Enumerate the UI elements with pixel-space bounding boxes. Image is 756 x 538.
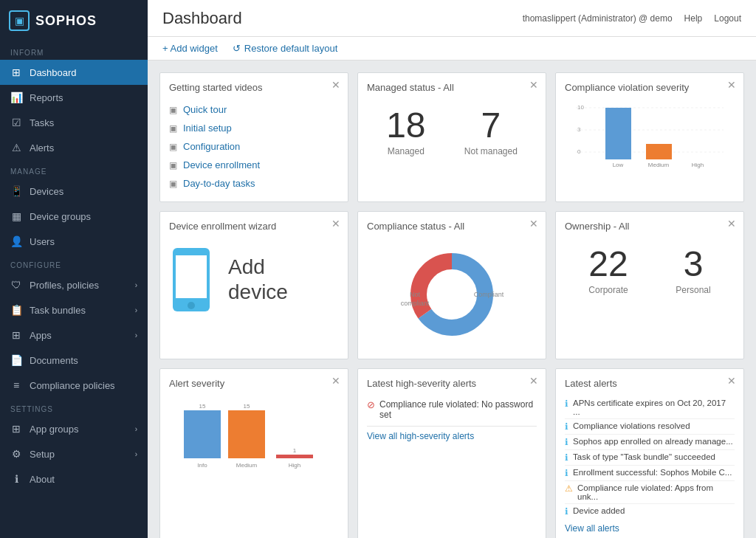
sidebar-item-users[interactable]: 👤 Users bbox=[0, 229, 148, 254]
widget-compliance-violation: Compliance violation severity ✕ 10 3 0 bbox=[555, 72, 744, 202]
widget-title: Managed status - All bbox=[367, 82, 537, 93]
sidebar-item-label: Users bbox=[30, 236, 55, 247]
task-bundles-icon: 📋 bbox=[10, 304, 22, 316]
sidebar-item-setup[interactable]: ⚙ Setup › bbox=[0, 441, 148, 466]
video-icon: ▣ bbox=[169, 160, 177, 170]
corporate-label: Corporate bbox=[588, 285, 628, 295]
svg-rect-27 bbox=[276, 455, 313, 458]
sidebar-item-profiles-policies[interactable]: 🛡 Profiles, policies › bbox=[0, 272, 148, 297]
widget-close-button[interactable]: ✕ bbox=[529, 218, 538, 230]
widget-title: Alert severity bbox=[169, 378, 339, 389]
restore-layout-button[interactable]: ↺ Restore default layout bbox=[233, 43, 337, 54]
section-inform: INFORM bbox=[0, 41, 148, 60]
svg-rect-8 bbox=[646, 144, 672, 159]
sidebar-item-devices[interactable]: 📱 Devices bbox=[0, 179, 148, 204]
add-widget-button[interactable]: + Add widget bbox=[162, 43, 218, 54]
svg-text:Not: Not bbox=[410, 291, 421, 298]
widget-close-button[interactable]: ✕ bbox=[727, 79, 736, 91]
logout-link[interactable]: Logout bbox=[714, 13, 741, 24]
widget-close-button[interactable]: ✕ bbox=[529, 79, 538, 91]
sidebar-item-device-groups[interactable]: ▦ Device groups bbox=[0, 204, 148, 229]
ownership-stats: 22 Corporate 3 Personal bbox=[565, 239, 735, 303]
sidebar-item-dashboard[interactable]: ⊞ Dashboard bbox=[0, 60, 148, 85]
sidebar-item-label: Devices bbox=[30, 186, 63, 197]
about-icon: ℹ bbox=[10, 473, 22, 485]
list-item: ℹ Compliance violations resolved bbox=[565, 419, 735, 435]
widget-title: Compliance violation severity bbox=[565, 82, 735, 93]
widget-close-button[interactable]: ✕ bbox=[331, 218, 340, 230]
sidebar-item-tasks[interactable]: ☑ Tasks bbox=[0, 110, 148, 135]
enrollment-content: Adddevice bbox=[169, 239, 339, 320]
info-icon: ℹ bbox=[565, 421, 568, 432]
chevron-right-icon: › bbox=[135, 450, 137, 458]
widget-close-button[interactable]: ✕ bbox=[727, 375, 736, 387]
svg-rect-13 bbox=[176, 255, 207, 298]
video-link-configuration[interactable]: Configuration bbox=[183, 141, 240, 152]
svg-text:Medium: Medium bbox=[648, 162, 670, 168]
logo-text: SOPHOS bbox=[35, 13, 97, 29]
video-link-initial-setup[interactable]: Initial setup bbox=[183, 123, 232, 134]
sidebar-item-label: Dashboard bbox=[30, 67, 77, 78]
sidebar-item-label: Setup bbox=[30, 449, 55, 460]
list-item: ℹ Device added bbox=[565, 504, 735, 519]
svg-text:10: 10 bbox=[577, 104, 584, 111]
sidebar-item-apps[interactable]: ⊞ Apps › bbox=[0, 323, 148, 348]
info-icon: ℹ bbox=[565, 468, 568, 478]
widget-high-severity-alerts: Latest high-severity alerts ✕ ⊘ Complian… bbox=[357, 368, 546, 538]
widget-ownership: Ownership - All ✕ 22 Corporate 3 Persona… bbox=[555, 211, 744, 359]
view-all-high-severity-link[interactable]: View all high-severity alerts bbox=[367, 431, 537, 441]
section-settings: SETTINGS bbox=[0, 398, 148, 416]
widget-alert-severity: Alert severity ✕ 15 15 1 Info Medium bbox=[159, 368, 348, 538]
alert-text: Compliance rule violated: Apps from unk.… bbox=[577, 483, 735, 501]
device-phone-icon bbox=[169, 246, 213, 313]
widget-grid: Getting started videos ✕ ▣ Quick tour ▣ … bbox=[159, 72, 744, 538]
view-all-alerts-link[interactable]: View all alerts bbox=[565, 523, 735, 534]
sidebar-item-about[interactable]: ℹ About bbox=[0, 466, 148, 492]
alert-text: APNs certificate expires on Oct 20, 2017… bbox=[573, 399, 735, 416]
compliance-bar-chart: 10 3 0 Low Medium High bbox=[565, 100, 735, 182]
sidebar-item-label: Task bundles bbox=[30, 305, 86, 316]
svg-point-14 bbox=[188, 302, 195, 309]
widget-close-button[interactable]: ✕ bbox=[529, 375, 538, 387]
documents-icon: 📄 bbox=[10, 354, 22, 366]
video-link-device-enrollment[interactable]: Device enrollment bbox=[183, 159, 260, 170]
widget-close-button[interactable]: ✕ bbox=[331, 79, 340, 91]
widget-compliance-status: Compliance status - All ✕ Not compliant … bbox=[357, 211, 546, 359]
video-icon: ▣ bbox=[169, 123, 177, 134]
compliance-icon: ≡ bbox=[10, 379, 22, 391]
sidebar-item-reports[interactable]: 📊 Reports bbox=[0, 85, 148, 110]
sidebar-item-label: Device groups bbox=[30, 211, 91, 222]
list-item: ▣ Configuration bbox=[169, 137, 339, 156]
list-item: ℹ Enrollment successful: Sophos Mobile C… bbox=[565, 466, 735, 481]
help-link[interactable]: Help bbox=[684, 13, 703, 24]
dashboard-content: Getting started videos ✕ ▣ Quick tour ▣ … bbox=[148, 61, 756, 538]
widget-close-button[interactable]: ✕ bbox=[331, 375, 340, 387]
sidebar-item-label: About bbox=[30, 474, 55, 485]
not-managed-count: 7 bbox=[464, 108, 518, 143]
topbar: Dashboard thomaslippert (Administrator) … bbox=[148, 0, 756, 37]
sidebar-item-compliance-policies[interactable]: ≡ Compliance policies bbox=[0, 373, 148, 398]
sidebar-item-documents[interactable]: 📄 Documents bbox=[0, 348, 148, 373]
sidebar-item-app-groups[interactable]: ⊞ App groups › bbox=[0, 416, 148, 441]
widget-title: Latest alerts bbox=[565, 378, 735, 389]
list-item: ℹ Task of type "Task bundle" succeeded bbox=[565, 450, 735, 466]
sidebar-item-label: App groups bbox=[30, 424, 79, 435]
alert-text: Enrollment successful: Sophos Mobile C..… bbox=[573, 468, 732, 477]
widget-close-button[interactable]: ✕ bbox=[727, 218, 736, 230]
svg-text:1: 1 bbox=[293, 447, 297, 454]
topbar-right: thomaslippert (Administrator) @ demo Hel… bbox=[523, 13, 741, 24]
sidebar-item-label: Compliance policies bbox=[30, 380, 115, 391]
svg-text:compliant: compliant bbox=[401, 300, 430, 307]
sidebar-item-alerts[interactable]: ⚠ Alerts bbox=[0, 135, 148, 160]
svg-text:15: 15 bbox=[244, 403, 250, 410]
video-link-day-to-day[interactable]: Day-to-day tasks bbox=[183, 178, 255, 189]
info-icon: ℹ bbox=[565, 506, 568, 517]
app-groups-icon: ⊞ bbox=[10, 423, 22, 435]
video-icon: ▣ bbox=[169, 105, 177, 115]
managed-status-stats: 18 Managed 7 Not managed bbox=[367, 100, 537, 164]
apps-icon: ⊞ bbox=[10, 329, 22, 341]
device-groups-icon: ▦ bbox=[10, 210, 22, 222]
video-link-quick-tour[interactable]: Quick tour bbox=[183, 104, 227, 115]
list-item: ℹ APNs certificate expires on Oct 20, 20… bbox=[565, 396, 735, 419]
sidebar-item-task-bundles[interactable]: 📋 Task bundles › bbox=[0, 297, 148, 323]
